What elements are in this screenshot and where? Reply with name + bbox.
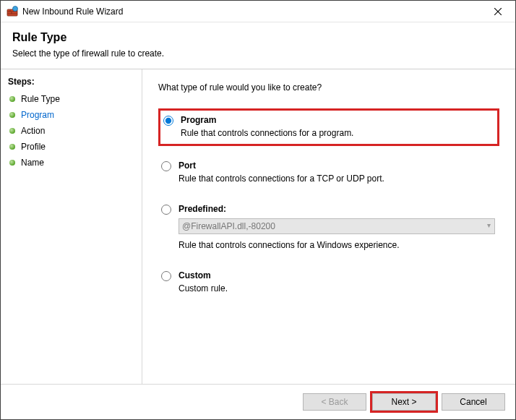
option-body: Predefined: ▾ Rule that controls connect… (179, 204, 495, 250)
wizard-window: New Inbound Rule Wizard Rule Type Select… (0, 0, 516, 420)
option-custom[interactable]: Custom Custom rule. (158, 266, 499, 299)
step-program[interactable]: Program (8, 107, 136, 123)
main-panel: What type of rule would you like to crea… (142, 69, 515, 384)
cancel-button[interactable]: Cancel (442, 393, 505, 411)
radio-port[interactable] (161, 161, 171, 171)
window-title: New Inbound Rule Wizard (22, 7, 482, 17)
titlebar: New Inbound Rule Wizard (1, 1, 515, 22)
close-icon (494, 8, 502, 15)
option-body: Custom Custom rule. (179, 270, 495, 293)
bullet-icon (9, 96, 15, 102)
option-title: Program (181, 115, 493, 125)
predefined-select-wrap: ▾ (179, 214, 495, 237)
steps-title: Steps: (8, 77, 136, 87)
back-button[interactable]: < Back (303, 393, 366, 411)
step-profile[interactable]: Profile (8, 139, 136, 155)
step-name[interactable]: Name (8, 155, 136, 171)
spacer (158, 299, 499, 377)
option-port[interactable]: Port Rule that controls connections for … (158, 156, 499, 189)
step-label: Name (21, 158, 44, 168)
radio-predefined[interactable] (161, 205, 171, 215)
step-rule-type[interactable]: Rule Type (8, 91, 136, 107)
step-label: Action (21, 126, 45, 136)
bullet-icon (9, 144, 15, 150)
wizard-footer: < Back Next > Cancel (1, 384, 515, 419)
radio-custom[interactable] (161, 271, 171, 281)
page-subtitle: Select the type of firewall rule to crea… (12, 48, 504, 59)
option-title: Predefined: (179, 204, 495, 214)
svg-point-7 (13, 6, 18, 11)
steps-sidebar: Steps: Rule Type Program Action Profile … (1, 69, 142, 384)
prompt-text: What type of rule would you like to crea… (158, 82, 499, 93)
option-title: Custom (179, 270, 495, 280)
wizard-body: Steps: Rule Type Program Action Profile … (1, 69, 515, 384)
step-label: Program (21, 110, 54, 120)
step-action[interactable]: Action (8, 123, 136, 139)
option-desc: Rule that controls connections for a Win… (179, 240, 495, 250)
option-desc: Custom rule. (179, 283, 495, 293)
option-predefined[interactable]: Predefined: ▾ Rule that controls connect… (158, 200, 499, 256)
option-desc: Rule that controls connections for a TCP… (179, 173, 495, 184)
step-label: Profile (21, 142, 46, 152)
option-title: Port (179, 160, 495, 171)
bullet-icon (9, 112, 15, 118)
rule-type-options: Program Rule that controls connections f… (158, 108, 499, 299)
predefined-select[interactable] (179, 218, 495, 234)
radio-program[interactable] (163, 116, 173, 126)
page-title: Rule Type (12, 31, 504, 44)
wizard-header: Rule Type Select the type of firewall ru… (1, 22, 515, 69)
option-body: Port Rule that controls connections for … (179, 160, 495, 184)
option-desc: Rule that controls connections for a pro… (181, 128, 493, 138)
step-label: Rule Type (21, 94, 60, 104)
close-button[interactable] (482, 1, 514, 22)
next-button[interactable]: Next > (372, 393, 436, 411)
option-body: Program Rule that controls connections f… (181, 115, 493, 138)
firewall-icon (7, 6, 18, 17)
bullet-icon (9, 128, 15, 134)
bullet-icon (9, 160, 15, 166)
option-program[interactable]: Program Rule that controls connections f… (158, 108, 499, 146)
